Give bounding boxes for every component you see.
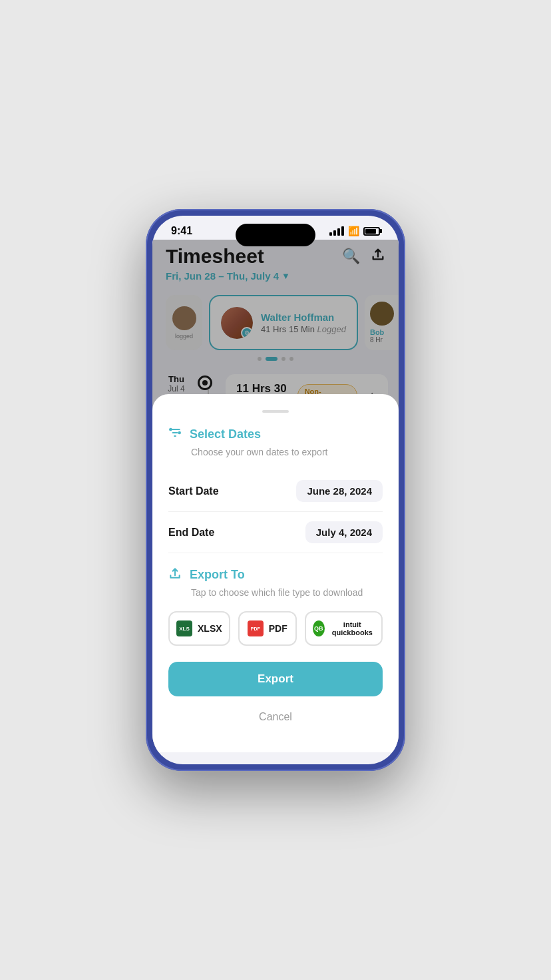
upload-icon: [168, 567, 182, 583]
svg-point-3: [170, 429, 172, 431]
filter-icon: [168, 426, 182, 443]
signal-icon: [329, 226, 344, 236]
dynamic-island: [236, 224, 315, 246]
start-date-value[interactable]: June 28, 2024: [296, 480, 383, 502]
xlsx-label: XLSX: [198, 623, 222, 634]
format-quickbooks-button[interactable]: QB intuit quickbooks: [305, 611, 383, 646]
format-pdf-button[interactable]: PDF PDF: [238, 611, 297, 646]
start-date-row: Start Date June 28, 2024: [168, 471, 383, 512]
start-date-label: Start Date: [168, 485, 219, 497]
battery-icon: [363, 227, 380, 236]
export-to-subtitle: Tap to choose which file type to downloa…: [191, 587, 383, 598]
sheet-handle: [262, 410, 289, 413]
bottom-sheet: Select Dates Choose your own dates to ex…: [152, 394, 399, 752]
export-button[interactable]: Export: [168, 662, 383, 696]
pdf-label: PDF: [269, 623, 287, 634]
wifi-icon: 📶: [348, 226, 359, 236]
export-to-header: Export To: [168, 567, 383, 583]
export-to-title: Export To: [190, 568, 245, 582]
svg-point-4: [178, 432, 180, 434]
select-dates-header: Select Dates: [168, 426, 383, 443]
export-section: Export To Tap to choose which file type …: [168, 567, 383, 646]
end-date-row: End Date July 4, 2024: [168, 512, 383, 553]
format-xlsx-button[interactable]: XLS XLSX: [168, 611, 230, 646]
cancel-button[interactable]: Cancel: [168, 706, 383, 728]
end-date-value[interactable]: July 4, 2024: [305, 521, 383, 543]
select-dates-subtitle: Choose your own dates to export: [191, 447, 383, 457]
status-icons: 📶: [329, 226, 380, 236]
format-options: XLS XLSX PDF PDF QB intuit quickbooks: [168, 611, 383, 646]
app-content: Timesheet 🔍 Fri, Jun 28 – Thu, July 4 ▼: [152, 240, 399, 752]
end-date-label: End Date: [168, 527, 214, 539]
xlsx-icon: XLS: [176, 620, 192, 636]
status-time: 9:41: [171, 225, 192, 237]
quickbooks-icon: QB: [313, 620, 325, 636]
pdf-icon: PDF: [248, 620, 264, 636]
quickbooks-label: intuit quickbooks: [330, 620, 375, 636]
select-dates-title: Select Dates: [190, 427, 261, 441]
